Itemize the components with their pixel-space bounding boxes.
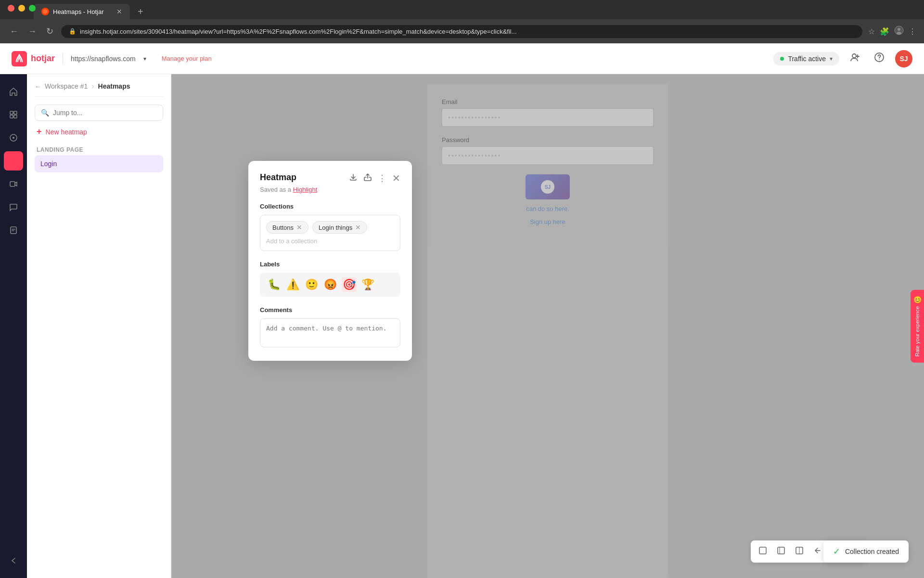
url-dropdown-icon[interactable]: ▾ bbox=[143, 55, 146, 62]
hotjar-logo[interactable]: hotjar bbox=[12, 51, 55, 66]
sidebar-dashboard-icon[interactable] bbox=[4, 105, 23, 124]
sidebar-heatmaps-icon[interactable] bbox=[4, 151, 23, 171]
traffic-active-btn[interactable]: Traffic active ▾ bbox=[773, 52, 839, 66]
sidebar-tracking-icon[interactable] bbox=[4, 128, 23, 147]
tag-remove-login-btn[interactable]: ✕ bbox=[355, 223, 361, 231]
collections-section: Collections Buttons ✕ Login things bbox=[260, 203, 400, 251]
add-user-btn[interactable] bbox=[847, 49, 863, 68]
new-tab-btn[interactable]: + bbox=[134, 4, 147, 19]
labels-title: Labels bbox=[260, 261, 400, 268]
maximize-window-btn[interactable] bbox=[29, 5, 36, 12]
modal-header-actions: ⋮ ✕ bbox=[349, 172, 400, 184]
rate-experience-btn[interactable]: 😊 Rate your experience bbox=[911, 290, 924, 363]
svg-point-7 bbox=[879, 59, 880, 60]
svg-rect-18 bbox=[11, 227, 16, 234]
add-collection-btn[interactable]: Add to a collection bbox=[266, 237, 394, 245]
emoji-warning[interactable]: ⚠️ bbox=[285, 277, 300, 292]
refresh-btn[interactable]: ↻ bbox=[44, 24, 55, 39]
modal-close-btn[interactable]: ✕ bbox=[392, 172, 400, 184]
svg-rect-10 bbox=[10, 115, 13, 118]
new-heatmap-btn[interactable]: + New heatmap bbox=[35, 121, 163, 143]
sidebar-home-icon[interactable] bbox=[4, 82, 23, 101]
tab-title: Heatmaps - Hotjar bbox=[53, 8, 103, 15]
svg-point-16 bbox=[13, 160, 14, 162]
sidebar-surveys-icon[interactable] bbox=[4, 221, 23, 240]
forward-btn[interactable]: → bbox=[26, 25, 38, 39]
menu-btn[interactable]: ⋮ bbox=[909, 27, 916, 36]
tag-remove-buttons-btn[interactable]: ✕ bbox=[296, 223, 302, 231]
tag-label-buttons: Buttons bbox=[272, 224, 294, 231]
toast-icon: ✓ bbox=[833, 546, 840, 557]
modal-overlay: Heatmap ⋮ ✕ bbox=[171, 74, 924, 578]
emoji-angry[interactable]: 😡 bbox=[323, 277, 338, 292]
svg-point-2 bbox=[898, 28, 900, 31]
highlight-link[interactable]: Highlight bbox=[293, 186, 318, 193]
main-area: Email •••••••••••••••• Password ••••••••… bbox=[171, 74, 924, 578]
extensions-btn[interactable]: 🧩 bbox=[880, 27, 889, 36]
rate-icon: 😊 bbox=[913, 296, 922, 303]
toolbar-btn-1[interactable] bbox=[757, 544, 769, 559]
hotjar-wordmark: hotjar bbox=[31, 53, 55, 64]
sidebar-search-container: 🔍 bbox=[35, 105, 163, 121]
traffic-dot bbox=[780, 57, 784, 61]
modal-title: Heatmap bbox=[260, 172, 296, 183]
emoji-target[interactable]: 🎯 bbox=[342, 277, 357, 292]
heatmap-modal: Heatmap ⋮ ✕ bbox=[248, 161, 412, 361]
emoji-bug[interactable]: 🐛 bbox=[267, 277, 282, 292]
second-sidebar: ← Workspace #1 › Heatmaps 🔍 + New heatma… bbox=[27, 74, 171, 578]
emoji-trophy[interactable]: 🏆 bbox=[360, 277, 375, 292]
svg-rect-9 bbox=[14, 111, 17, 114]
svg-rect-17 bbox=[10, 182, 15, 186]
labels-section: Labels 🐛 ⚠️ 🙂 😡 🎯 🏆 bbox=[260, 261, 400, 297]
tab-close-btn[interactable]: ✕ bbox=[116, 8, 122, 15]
emoji-smile[interactable]: 🙂 bbox=[304, 277, 319, 292]
svg-rect-4 bbox=[12, 51, 27, 66]
sidebar-item-login[interactable]: Login bbox=[35, 155, 163, 172]
header-divider bbox=[63, 53, 63, 65]
browser-tab[interactable]: Heatmaps - Hotjar ✕ bbox=[34, 4, 130, 19]
manage-plan-link[interactable]: Manage your plan bbox=[162, 55, 212, 62]
bookmark-btn[interactable]: ☆ bbox=[868, 27, 875, 36]
traffic-chevron-icon: ▾ bbox=[830, 55, 833, 62]
toolbar-btn-2[interactable] bbox=[775, 544, 787, 559]
sidebar-feedback-icon[interactable] bbox=[4, 197, 23, 217]
toast-notification: ✓ Collection created bbox=[823, 540, 909, 563]
sidebar-search-input[interactable] bbox=[53, 109, 157, 117]
comments-section: Comments bbox=[260, 306, 400, 349]
breadcrumb-back-btn[interactable]: ← bbox=[35, 83, 41, 90]
minimize-window-btn[interactable] bbox=[18, 5, 25, 12]
emoji-labels-container: 🐛 ⚠️ 🙂 😡 🎯 🏆 bbox=[260, 273, 400, 297]
svg-rect-19 bbox=[759, 547, 766, 554]
search-icon: 🔍 bbox=[41, 109, 49, 117]
tab-favicon bbox=[41, 8, 49, 15]
user-avatar[interactable]: SJ bbox=[895, 50, 912, 67]
incognito-btn[interactable] bbox=[894, 26, 904, 37]
help-btn[interactable] bbox=[871, 49, 887, 68]
toolbar-btn-3[interactable] bbox=[793, 544, 806, 559]
collection-tags: Buttons ✕ Login things ✕ bbox=[266, 221, 394, 234]
svg-point-13 bbox=[13, 137, 14, 139]
tag-label-login: Login things bbox=[319, 224, 352, 231]
url-bar[interactable]: 🔒 insights.hotjar.com/sites/3090413/heat… bbox=[61, 25, 862, 38]
svg-rect-20 bbox=[778, 547, 784, 554]
toolbar-btn-4[interactable] bbox=[811, 544, 824, 559]
svg-rect-11 bbox=[14, 115, 17, 118]
left-sidebar bbox=[0, 74, 27, 578]
collections-container: Buttons ✕ Login things ✕ Add to a collec… bbox=[260, 215, 400, 251]
svg-rect-8 bbox=[10, 111, 13, 114]
sidebar-recordings-icon[interactable] bbox=[4, 174, 23, 194]
back-btn[interactable]: ← bbox=[8, 25, 20, 39]
hotjar-logo-icon bbox=[12, 51, 27, 66]
collections-title: Collections bbox=[260, 203, 400, 210]
header-url: https://snapflows.com bbox=[71, 55, 136, 63]
modal-subtitle: Saved as a Highlight bbox=[260, 186, 400, 193]
close-window-btn[interactable] bbox=[8, 5, 14, 12]
download-btn[interactable] bbox=[349, 173, 358, 184]
sidebar-collapse-icon[interactable] bbox=[4, 551, 23, 570]
comment-input[interactable] bbox=[260, 318, 400, 347]
share-btn[interactable] bbox=[363, 173, 372, 184]
more-options-btn[interactable]: ⋮ bbox=[378, 173, 386, 184]
breadcrumb-sep: › bbox=[91, 82, 94, 91]
collection-tag-buttons: Buttons ✕ bbox=[266, 221, 308, 234]
comments-title: Comments bbox=[260, 306, 400, 314]
